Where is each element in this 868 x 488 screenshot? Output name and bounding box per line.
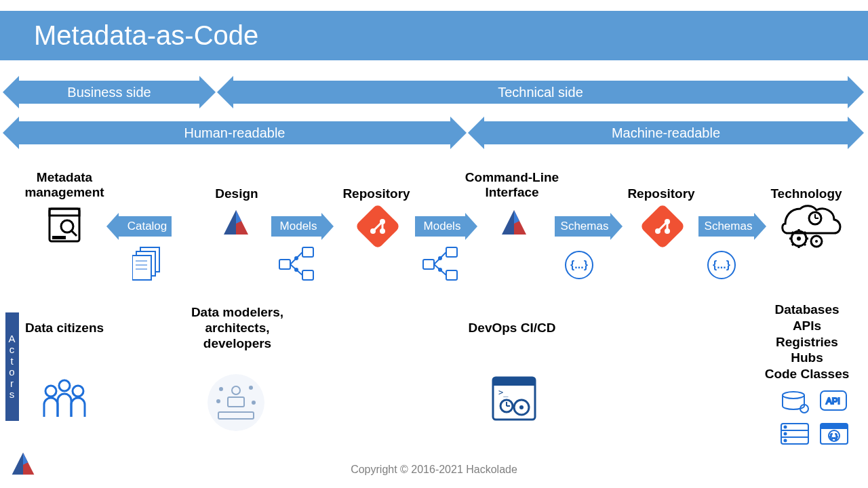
svg-point-63 <box>250 386 252 389</box>
model-diagram-icon <box>422 246 460 285</box>
col-repo1: Repository <box>319 186 434 201</box>
section-machine: Machine-readable <box>484 121 848 144</box>
svg-rect-1 <box>50 209 79 216</box>
col-tech: Technology <box>749 186 864 201</box>
col-metadata-mgmt: Metadata management <box>7 170 122 200</box>
arrow-models1: Models <box>271 216 321 237</box>
svg-rect-60 <box>228 397 244 407</box>
svg-text:API: API <box>826 396 840 406</box>
hackolade-logo-icon <box>221 207 251 237</box>
svg-point-64 <box>217 400 220 403</box>
svg-point-31 <box>438 256 442 260</box>
svg-point-62 <box>220 388 222 390</box>
svg-marker-33 <box>502 210 514 235</box>
svg-rect-15 <box>302 247 313 257</box>
footer-copyright: Copyright © 2016-2021 Hackolade <box>0 464 868 476</box>
svg-point-65 <box>252 401 255 404</box>
model-diagram-icon <box>278 246 316 285</box>
svg-rect-85 <box>821 424 848 429</box>
svg-rect-61 <box>218 412 254 419</box>
svg-rect-16 <box>302 270 313 280</box>
svg-point-57 <box>59 380 70 391</box>
svg-point-55 <box>815 240 818 243</box>
svg-point-19 <box>294 256 298 260</box>
section-business: Business side <box>19 81 199 104</box>
svg-rect-4 <box>52 236 66 239</box>
documents-icon <box>132 246 165 285</box>
svg-line-47 <box>804 244 806 245</box>
json-icon: {...} <box>707 251 736 279</box>
col-cli: Command-Line Interface <box>454 170 570 200</box>
svg-rect-26 <box>423 260 434 269</box>
tech-list: Databases APIs Registries Hubs Code Clas… <box>753 302 861 382</box>
arrow-models2: Models <box>415 216 465 237</box>
arrow-schemas2: Schemas <box>698 216 754 237</box>
svg-point-59 <box>232 386 240 394</box>
svg-point-73 <box>519 405 524 409</box>
col-design: Design <box>179 186 294 201</box>
svg-point-74 <box>783 392 804 399</box>
actor-data-modelers: Data modelers, architects, developers <box>176 305 298 351</box>
svg-point-83 <box>785 440 787 442</box>
gears-icon <box>780 203 844 253</box>
svg-line-48 <box>792 244 793 245</box>
svg-rect-14 <box>279 260 290 269</box>
section-technical: Technical side <box>233 81 848 104</box>
arrow-schemas1: Schemas <box>555 216 610 237</box>
svg-line-50 <box>792 232 793 233</box>
metadata-mgmt-icon <box>44 205 85 245</box>
svg-point-20 <box>294 268 298 272</box>
actor-devops: DevOps CI/CD <box>454 321 570 336</box>
actor-data-citizens: Data citizens <box>7 321 122 336</box>
arrow-catalog: Catalog <box>119 216 172 237</box>
svg-point-82 <box>785 433 787 435</box>
col-repo2: Repository <box>604 186 719 201</box>
svg-line-49 <box>804 232 806 233</box>
svg-point-81 <box>785 426 787 428</box>
people-icon <box>37 376 92 426</box>
tech-icons: API {..} <box>778 390 853 453</box>
section-human: Human-readable <box>19 121 450 144</box>
dev-team-icon <box>208 374 264 431</box>
svg-point-58 <box>73 386 83 396</box>
hackolade-logo-icon <box>499 207 529 237</box>
svg-point-2 <box>61 220 73 232</box>
svg-point-56 <box>45 386 56 396</box>
svg-rect-28 <box>446 270 457 280</box>
cicd-icon: >_ <box>492 376 536 424</box>
svg-marker-11 <box>224 210 236 235</box>
svg-rect-67 <box>493 378 535 386</box>
svg-rect-7 <box>132 256 151 280</box>
page-title: Metadata-as-Code <box>0 11 868 60</box>
svg-rect-27 <box>446 247 457 257</box>
svg-line-3 <box>72 231 77 236</box>
svg-text:>_: >_ <box>498 388 509 397</box>
svg-text:{..}: {..} <box>830 433 837 440</box>
svg-point-42 <box>797 237 801 241</box>
svg-point-32 <box>438 268 442 272</box>
json-icon: {...} <box>565 251 593 279</box>
